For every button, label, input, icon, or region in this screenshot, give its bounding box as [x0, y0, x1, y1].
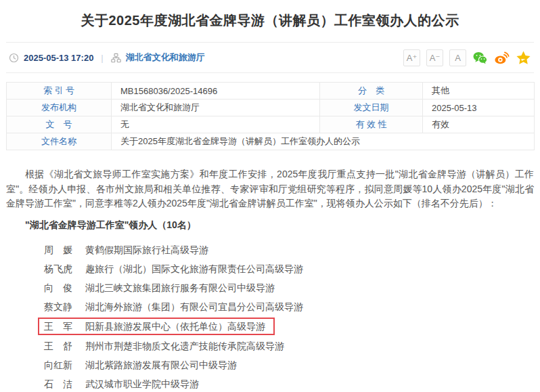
list-item: 蔡文静湖北海外旅游（集团）有限公司宜昌分公司高级导游 [44, 300, 534, 313]
page-title: 关于2025年度湖北省金牌导游（讲解员）工作室领办人的公示 [6, 12, 534, 30]
category-value: 其他 [423, 83, 535, 100]
pubdate-label: 发文日期 [320, 100, 423, 116]
wechat-share-icon[interactable] [472, 50, 488, 66]
docno-value: 无 [112, 116, 320, 133]
leader-org: 黄鹤假期国际旅行社高级导游 [85, 243, 208, 257]
table-row: 文 号 无 有 效 性 有效 [7, 116, 535, 133]
leader-name: 向红新 [44, 358, 72, 372]
weibo-share-icon[interactable] [494, 50, 510, 66]
clock-icon [9, 53, 19, 63]
meta-info: 2025-05-13 17:20 | 湖北省文化和旅游厅 [9, 51, 205, 64]
agency-label: 发布机构 [7, 100, 112, 116]
meta-separator: | [101, 53, 103, 63]
list-item: 杨飞虎趣旅行（湖北）国际文化旅游有限责任公司高级导游 [44, 262, 534, 276]
list-item: 王 舒荆州市荆楚非物质文化遗产技能传承院高级导游 [44, 339, 534, 353]
leader-org: 湖北三峡文旅集团旅行服务有限公司中级导游 [85, 281, 275, 295]
meta-bar: 2025-05-13 17:20 | 湖北省文化和旅游厅 A⁺ A⁻ A [6, 42, 534, 73]
section-heading: "湖北省金牌导游工作室"领办人（10名） [6, 219, 534, 232]
leader-name: 王 舒 [44, 339, 72, 353]
leader-org: 湖北紫路旅游发展有限公司中级导游 [85, 358, 237, 372]
leader-org: 湖北海外旅游（集团）有限公司宜昌分公司高级导游 [85, 300, 303, 313]
leader-org: 武汉城市职业学院中级导游 [85, 377, 199, 391]
leader-name: 杨飞虎 [44, 262, 72, 276]
qzone-share-icon[interactable] [516, 50, 531, 66]
agency-value: 湖北省文化和旅游厅 [112, 100, 320, 116]
source-agency-link[interactable]: 湖北省文化和旅游厅 [126, 51, 205, 64]
publish-datetime: 2025-05-13 17:20 [24, 53, 93, 63]
category-label: 分 类 [320, 83, 423, 100]
leader-name: 周 媛 [44, 243, 72, 257]
font-larger-button[interactable]: A⁺ [403, 49, 420, 66]
validity-value: 有效 [423, 116, 535, 133]
document-info-table: 索 引 号 MB1568036/2025-14696 分 类 其他 发布机构 湖… [6, 82, 535, 150]
font-smaller-button[interactable]: A⁻ [426, 49, 443, 66]
list-item: 周 媛黄鹤假期国际旅行社高级导游 [44, 243, 534, 257]
validity-label: 有 效 性 [320, 116, 423, 133]
list-item: 向 俊湖北三峡文旅集团旅行服务有限公司中级导游 [44, 281, 534, 295]
leader-org: 阳新县旅游发展中心（依托单位）高级导游 [85, 320, 265, 333]
filename-value: 关于2025年度湖北省金牌导游（讲解员）工作室领办人的公示 [112, 133, 535, 150]
leaders-list: 周 媛黄鹤假期国际旅行社高级导游 杨飞虎趣旅行（湖北）国际文化旅游有限责任公司高… [6, 243, 534, 392]
leader-name: 蔡文静 [44, 300, 72, 313]
pubdate-value: 2025-05-13 [423, 100, 535, 116]
leader-name: 王 军 [44, 320, 72, 333]
org-icon [111, 53, 121, 63]
list-item: 石 洁武汉城市职业学院中级导游 [44, 377, 534, 391]
index-label: 索 引 号 [7, 83, 112, 100]
list-item-highlighted: 王 军阳新县旅游发展中心（依托单位）高级导游 [38, 318, 275, 335]
list-item: 向红新湖北紫路旅游发展有限公司中级导游 [44, 358, 534, 372]
leader-org: 荆州市荆楚非物质文化遗产技能传承院高级导游 [85, 339, 284, 353]
article-page: 关于2025年度湖北省金牌导游（讲解员）工作室领办人的公示 2025-05-13… [0, 12, 540, 392]
notice-paragraph: 根据《湖北省文旅导师工作室实施方案》和年度工作安排，2025年度我厅重点支持一批… [6, 167, 534, 211]
leader-org: 趣旅行（湖北）国际文化旅游有限责任公司高级导游 [85, 262, 303, 276]
index-value: MB1568036/2025-14696 [112, 83, 320, 100]
table-row: 索 引 号 MB1568036/2025-14696 分 类 其他 [7, 83, 535, 100]
font-reset-button[interactable]: A [449, 49, 466, 66]
table-row: 发布机构 湖北省文化和旅游厅 发文日期 2025-05-13 [7, 100, 535, 116]
table-row: 文件名称 关于2025年度湖北省金牌导游（讲解员）工作室领办人的公示 [7, 133, 535, 150]
meta-tools: A⁺ A⁻ A [403, 49, 531, 66]
leader-name: 向 俊 [44, 281, 72, 295]
filename-label: 文件名称 [7, 133, 112, 150]
docno-label: 文 号 [7, 116, 112, 133]
leader-name: 石 洁 [44, 377, 72, 391]
